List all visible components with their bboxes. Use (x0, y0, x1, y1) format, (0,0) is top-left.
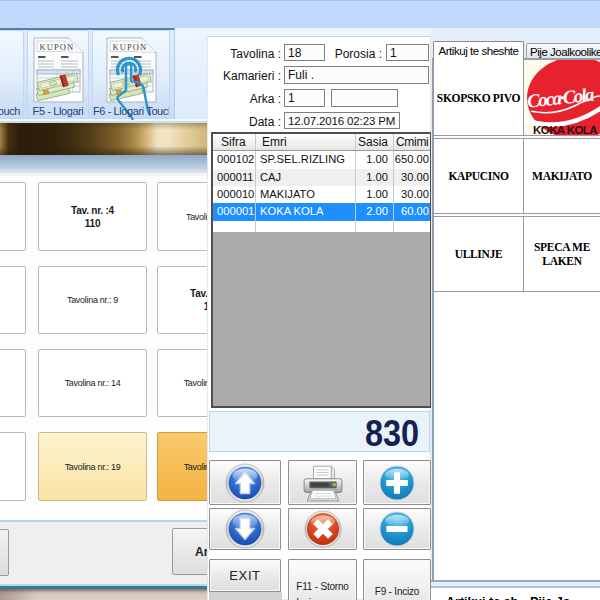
svg-text:KOKA KOLA: KOKA KOLA (533, 124, 597, 135)
